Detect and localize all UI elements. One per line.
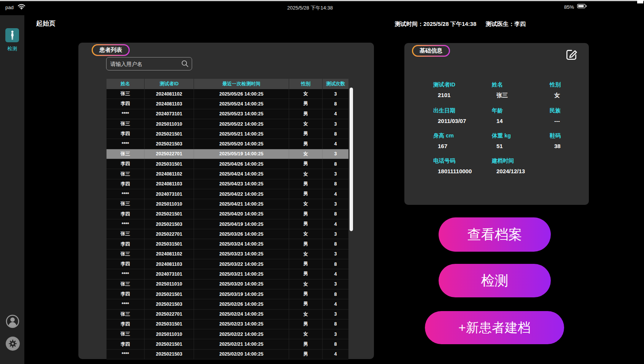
patient-cell: 男 bbox=[289, 239, 323, 249]
column-header: 性别 bbox=[289, 79, 323, 89]
patient-row[interactable]: ****20250215032025/02/26 14:00:25男4 bbox=[107, 299, 348, 309]
patient-cell: 8 bbox=[323, 99, 348, 109]
patient-cell: 2025/05/20 14:00:25 bbox=[194, 139, 289, 148]
patient-cell: 3 bbox=[323, 249, 348, 259]
info-field: 电话号码18011110000 bbox=[433, 157, 492, 174]
patient-cell: 2025022701 bbox=[145, 149, 194, 159]
patient-cell: 2025/04/24 14:00:25 bbox=[194, 169, 289, 179]
patient-row[interactable]: ****20250215032025/04/19 14:00:25男4 bbox=[107, 219, 348, 229]
patient-cell: 男 bbox=[289, 99, 323, 109]
detect-button[interactable]: 检测 bbox=[439, 264, 551, 297]
patient-cell: 2024081103 bbox=[145, 259, 194, 269]
patient-row[interactable]: 李四20250215012025/02/21 14:00:25男8 bbox=[107, 339, 348, 349]
table-scrollbar-thumb[interactable] bbox=[350, 88, 353, 231]
patient-row[interactable]: 李四20250215012025/04/20 14:00:25男8 bbox=[107, 209, 348, 219]
patient-cell: 张三 bbox=[107, 149, 145, 159]
patient-cell: 8 bbox=[323, 319, 348, 329]
patient-row[interactable]: 张三20240811022025/05/26 14:00:25女3 bbox=[107, 89, 348, 99]
patient-cell: 李四 bbox=[107, 209, 145, 219]
patient-row[interactable]: 张三20250227012025/03/26 14:00:25女3 bbox=[107, 229, 348, 239]
patient-row[interactable]: 张三20250227012025/05/19 14:00:25女3 bbox=[107, 149, 348, 159]
patient-cell: 3 bbox=[323, 89, 348, 99]
battery-percent: 85% bbox=[564, 4, 574, 10]
person-standing-icon bbox=[5, 28, 19, 42]
profile-icon[interactable] bbox=[6, 315, 19, 328]
view-archive-button[interactable]: 查看档案 bbox=[439, 217, 551, 252]
patient-row[interactable]: 张三20250110102025/04/21 14:00:25女3 bbox=[107, 199, 348, 209]
page-title: 起始页 bbox=[36, 19, 56, 28]
patient-row[interactable]: 李四20250215012025/03/19 14:00:25男8 bbox=[107, 289, 348, 299]
patient-cell: 男 bbox=[289, 139, 323, 148]
test-time-value: 2025/5/28 下午14:38 bbox=[423, 21, 476, 27]
search-icon[interactable] bbox=[181, 60, 189, 69]
test-time: 测试时间：2025/5/28 下午14:38 bbox=[395, 21, 476, 28]
patient-row[interactable]: 李四20250315012025/03/24 14:00:25男8 bbox=[107, 239, 348, 249]
info-field: 民族--- bbox=[550, 107, 583, 124]
patient-row[interactable]: ****20240731012025/04/22 14:00:25男4 bbox=[107, 189, 348, 199]
patient-cell: 2025/03/19 14:00:25 bbox=[194, 289, 289, 299]
patient-cell: 张三 bbox=[107, 249, 145, 259]
info-field-label: 体重 kg bbox=[492, 132, 550, 139]
search-input[interactable] bbox=[106, 57, 192, 70]
patient-row[interactable]: ****20240731012025/05/23 14:00:25男4 bbox=[107, 109, 348, 119]
patient-cell: 3 bbox=[323, 310, 348, 319]
patient-cell: 2025/05/19 14:00:25 bbox=[194, 149, 289, 159]
patient-row[interactable]: 张三20250110102025/02/22 14:00:25女3 bbox=[107, 329, 348, 339]
patient-cell: 2025011010 bbox=[145, 329, 194, 339]
patient-row[interactable]: ****20250215032025/02/20 14:00:25男4 bbox=[107, 350, 348, 359]
patient-cell: 男 bbox=[289, 269, 323, 279]
info-field-label: 电话号码 bbox=[433, 157, 492, 164]
column-header: 姓名 bbox=[107, 79, 145, 89]
patient-row[interactable]: 张三20240811022025/03/23 14:00:25女3 bbox=[107, 249, 348, 259]
patient-cell: 男 bbox=[289, 159, 323, 169]
info-field-value: 38 bbox=[554, 143, 583, 149]
patient-cell: **** bbox=[107, 189, 145, 199]
basic-info-grid: 测试者ID2101姓名张三性别女出生日期2011/03/07年龄14民族---身… bbox=[433, 81, 583, 174]
patient-cell: 4 bbox=[323, 109, 348, 119]
info-field-label: 建档时间 bbox=[492, 157, 550, 164]
patient-cell: 女 bbox=[289, 169, 323, 179]
patient-cell: 2025/02/23 14:00:25 bbox=[194, 319, 289, 329]
patient-cell: 3 bbox=[323, 149, 348, 159]
patient-row[interactable]: 李四20240811032025/04/23 14:00:25男8 bbox=[107, 179, 348, 189]
patient-row[interactable]: 李四20250215012025/05/21 14:00:25男8 bbox=[107, 129, 348, 139]
info-field-label: 年龄 bbox=[492, 107, 550, 114]
edit-icon[interactable] bbox=[565, 48, 578, 61]
new-patient-button[interactable]: +新患者建档 bbox=[425, 311, 564, 344]
patient-cell: 2025/03/21 14:00:25 bbox=[194, 269, 289, 279]
search-box bbox=[106, 57, 192, 70]
patient-cell: 2025/04/23 14:00:25 bbox=[194, 179, 289, 189]
patient-cell: 张三 bbox=[107, 279, 145, 289]
patient-row[interactable]: 张三20240811022025/04/24 14:00:25女3 bbox=[107, 169, 348, 179]
patient-cell: 男 bbox=[289, 209, 323, 219]
patient-row[interactable]: 张三20250227012025/02/24 14:00:25女3 bbox=[107, 310, 348, 319]
patient-cell: 4 bbox=[323, 269, 348, 279]
patient-cell: 男 bbox=[289, 129, 323, 139]
info-field: 姓名张三 bbox=[492, 81, 550, 99]
patient-cell: 2025/02/21 14:00:25 bbox=[194, 339, 289, 349]
patient-row[interactable]: ****20250215032025/05/20 14:00:25男4 bbox=[107, 139, 348, 149]
patient-cell: 3 bbox=[323, 279, 348, 289]
info-field-label: 性别 bbox=[550, 81, 583, 88]
info-field-value: 18011110000 bbox=[438, 168, 492, 174]
patient-cell: 李四 bbox=[107, 239, 145, 249]
patient-row[interactable]: 张三20250110102025/03/20 14:00:25女3 bbox=[107, 279, 348, 289]
patient-row[interactable]: 李四20240811032025/03/22 14:00:25男8 bbox=[107, 259, 348, 269]
patient-row[interactable]: 张三20250110102025/05/22 14:00:25女3 bbox=[107, 119, 348, 129]
patient-cell: 3 bbox=[323, 119, 348, 129]
sidebar-item-detect[interactable]: 检测 bbox=[0, 28, 24, 52]
basic-info-title-pill: 基础信息 bbox=[412, 45, 450, 57]
info-field-value: 2011/03/07 bbox=[438, 118, 492, 124]
patient-row[interactable]: ****20240731012025/03/21 14:00:25男4 bbox=[107, 269, 348, 279]
patient-cell: 张三 bbox=[107, 310, 145, 319]
settings-gear-icon[interactable] bbox=[6, 337, 20, 351]
patient-cell: **** bbox=[107, 350, 145, 359]
patient-row[interactable]: 李四20250315012025/04/26 14:00:25男8 bbox=[107, 159, 348, 169]
patient-row[interactable]: 李四20250315012025/02/23 14:00:25男8 bbox=[107, 319, 348, 329]
patient-cell: 2025021503 bbox=[145, 350, 194, 359]
patient-cell: 男 bbox=[289, 289, 323, 299]
patient-cell: 2025011010 bbox=[145, 199, 194, 209]
patient-row[interactable]: 李四20240811032025/05/24 14:00:25男8 bbox=[107, 99, 348, 109]
test-doctor: 测试医生：李四 bbox=[486, 21, 526, 28]
patient-cell: 2025011010 bbox=[145, 279, 194, 289]
